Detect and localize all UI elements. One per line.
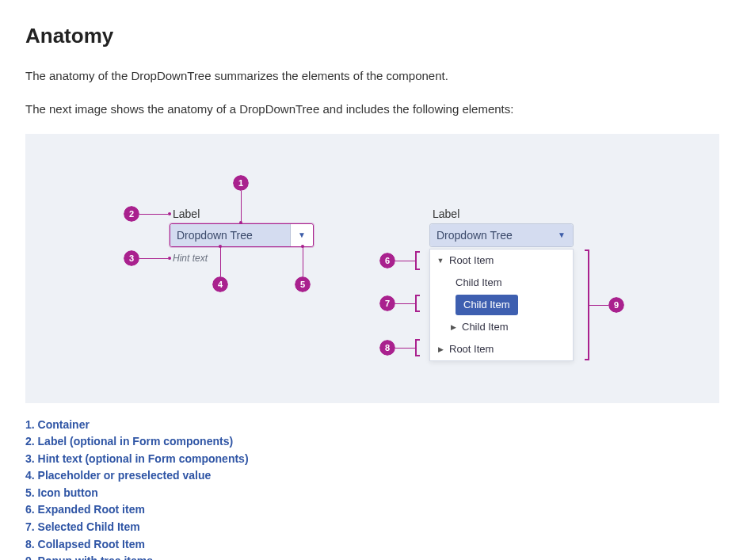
marker-2: 2	[124, 206, 139, 222]
tree-child-item[interactable]: Child Item	[430, 272, 573, 294]
dropdown2-value: Dropdown Tree	[430, 224, 551, 246]
triangle-right-icon: ▶	[436, 345, 444, 353]
marker-8: 8	[379, 340, 395, 356]
legend-item: 4. Placeholder or preselected value	[25, 468, 726, 484]
dropdown-value: Dropdown Tree	[170, 224, 291, 246]
anatomy-diagram: Label Dropdown Tree ▼ Hint text 1 2 3 4 …	[25, 134, 719, 403]
legend-item: 6. Expanded Root item	[25, 502, 726, 518]
intro-paragraph-1: The anatomy of the DropDownTree summariz…	[25, 67, 726, 85]
triangle-right-icon: ▶	[449, 323, 457, 331]
tree-child-collapsed[interactable]: ▶ Child Item	[430, 316, 573, 338]
triangle-down-icon: ▼	[436, 257, 444, 265]
dropdown2-container[interactable]: Dropdown Tree ▼	[429, 223, 574, 247]
page-title: Anatomy	[25, 24, 726, 48]
legend-item: 8. Collapsed Root Item	[25, 537, 726, 553]
legend-item: 2. Label (optional in Form components)	[25, 434, 726, 450]
dropdown-hint: Hint text	[173, 253, 208, 264]
legend-item: 5. Icon button	[25, 486, 726, 501]
chevron-down-icon: ▼	[298, 230, 306, 239]
marker-3: 3	[124, 250, 139, 266]
legend-item: 1. Container	[25, 417, 726, 433]
tree-item-label: Child Item	[462, 321, 509, 333]
chevron-down-icon: ▼	[558, 230, 566, 239]
tree-root-expanded[interactable]: ▼ Root Item	[430, 250, 573, 272]
tree-root-collapsed[interactable]: ▶ Root Item	[430, 338, 573, 360]
dropdown2-toggle-button[interactable]: ▼	[551, 224, 573, 246]
marker-5: 5	[295, 276, 311, 292]
tree-child-selected[interactable]: Child Item	[456, 295, 518, 315]
dropdown-label: Label	[173, 208, 200, 220]
marker-6: 6	[379, 253, 395, 269]
legend-item: 3. Hint text (optional in Form component…	[25, 451, 726, 467]
tree-item-label: Child Item	[456, 276, 502, 288]
legend-item: 7. Selected Child Item	[25, 520, 726, 535]
legend-item: 9. Popup with tree items	[25, 554, 726, 560]
intro-paragraph-2: The next image shows the anatomy of a Dr…	[25, 101, 726, 118]
dropdown2-label: Label	[433, 208, 459, 220]
dropdown-toggle-button[interactable]: ▼	[291, 224, 313, 246]
legend-list: 1. Container 2. Label (optional in Form …	[25, 417, 726, 561]
dropdown-container[interactable]: Dropdown Tree ▼	[170, 223, 314, 247]
marker-4: 4	[212, 276, 228, 292]
marker-9: 9	[608, 297, 624, 313]
tree-item-label: Root Item	[449, 254, 494, 266]
tree-item-label: Child Item	[463, 299, 510, 310]
tree-popup[interactable]: ▼ Root Item Child Item Child Item ▶ Chil…	[429, 249, 574, 361]
tree-item-label: Root Item	[449, 343, 494, 355]
marker-1: 1	[233, 175, 249, 191]
marker-7: 7	[379, 295, 395, 311]
